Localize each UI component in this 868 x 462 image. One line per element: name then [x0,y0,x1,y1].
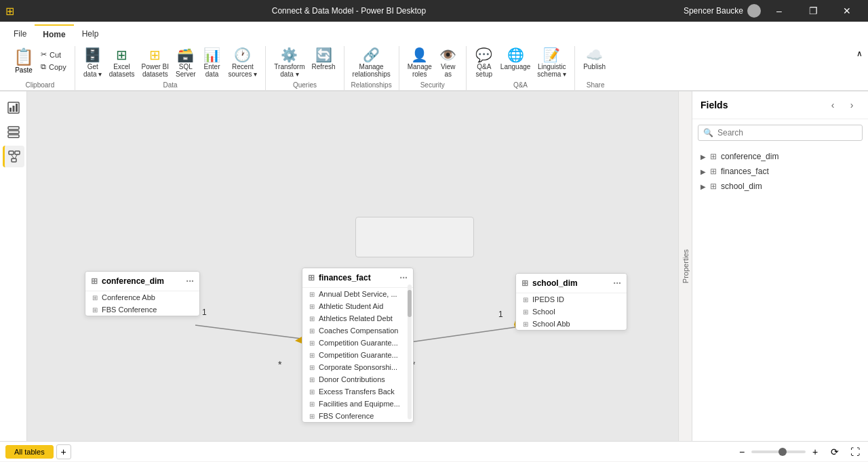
table-row[interactable]: ⊞ FBS Conference [302,410,413,422]
close-button[interactable]: ✕ [831,0,863,22]
view-as-button[interactable]: 👁️Viewas [436,46,460,80]
fields-panel: Fields ‹ › 🔍 ▶ ⊞ conference_dim ▶ ⊞ [692,91,868,441]
svg-marker-14 [295,337,302,343]
expand-icon[interactable]: ▶ [701,153,706,161]
table-row[interactable]: ⊞ Competition Guarante... [302,337,413,349]
table-grid-icon: ⊞ [91,276,98,286]
tab-file[interactable]: File [5,24,35,43]
table-row[interactable]: ⊞ FBS Conference [85,303,199,316]
school-dim-menu[interactable]: ··· [613,278,621,289]
cut-button[interactable]: ✂ Cut [38,49,69,60]
recent-sources-button[interactable]: 🕐Recentsources ▾ [226,46,260,80]
search-input[interactable] [698,125,863,141]
window-controls[interactable]: – ❐ ✕ [764,0,863,22]
language-button[interactable]: 🌐Language [498,46,534,72]
row-table-icon: ⊞ [92,294,98,301]
manage-relationships-button[interactable]: 🔗Managerelationships [350,46,393,80]
nav-report-icon[interactable] [3,97,24,119]
table-row[interactable]: ⊞ IPEDS ID [516,293,627,306]
coaches-compensation-field: Coaches Compensation [319,327,398,335]
table-row[interactable]: ⊞ Excess Transfers Back [302,385,413,398]
expand-icon[interactable]: ▶ [701,168,706,175]
refresh-button[interactable]: 🔄Refresh [309,46,338,72]
nav-data-icon[interactable] [3,121,24,143]
table-grid-icon: ⊞ [521,278,528,288]
window-title: Connect & Data Model - Power BI Desktop [272,6,426,16]
enter-data-button[interactable]: 📊Enterdata [200,46,224,80]
qa-group: 💬Q&Asetup 🌐Language 📝Linguisticschema ▾ … [467,46,575,90]
fields-title: Fields [701,100,728,110]
zoom-minus-button[interactable]: − [735,445,749,459]
properties-tab[interactable]: Properties [679,91,692,441]
app-logo-icon: ⊞ [5,5,14,18]
canvas-area[interactable]: 1 * 1 * ⊞ conference_dim ··· [27,91,678,441]
linguistic-schema-button[interactable]: 📝Linguisticschema ▾ [534,46,569,80]
manage-roles-button[interactable]: 👤Manageroles [405,46,435,80]
finances-fact-rows: ⊞ Annual Debt Service, ... ⊞ Athletic St… [302,288,413,422]
table-row[interactable]: ⊞ Donor Contributions [302,373,413,385]
fields-header: Fields ‹ › [692,91,868,119]
tab-help[interactable]: Help [74,24,107,43]
athletics-related-debt-field: Athletics Related Debt [319,314,393,322]
fbs-conference-finances-field: FBS Conference [319,412,374,420]
share-group: ☁️Publish Share [575,46,616,90]
user-info: Spencer Baucke [684,4,761,18]
list-item[interactable]: ▶ ⊞ conference_dim [692,149,868,164]
ribbon-collapse-button[interactable]: ∧ [856,49,863,58]
fields-nav-prev[interactable]: ‹ [825,97,841,113]
table-row[interactable]: ⊞ Coaches Compensation [302,324,413,337]
expand-icon[interactable]: ▶ [701,183,706,190]
table-row[interactable]: ⊞ Athletics Related Debt [302,312,413,324]
security-label: Security [405,81,460,89]
get-data-button[interactable]: 🗄️Getdata ▾ [81,46,105,80]
svg-line-12 [195,325,302,339]
excel-button[interactable]: ⊞Exceldatasets [106,46,138,80]
school-abb-field: School Abb [532,320,570,328]
row-table-icon: ⊞ [309,291,315,298]
zoom-slider[interactable] [751,450,806,453]
sql-server-button[interactable]: 🗃️SQLServer [173,46,198,80]
powerbi-datasets-button[interactable]: ⊞Power BIdatasets [139,46,172,80]
field-table-icon: ⊞ [710,167,717,176]
row-table-icon: ⊞ [309,339,315,347]
facilities-equipment-field: Facilities and Equipme... [319,400,400,408]
publish-button[interactable]: ☁️Publish [580,46,608,72]
transform-data-button[interactable]: ⚙️Transformdata ▾ [271,46,307,80]
zoom-thumb[interactable] [778,448,787,456]
table-row[interactable]: ⊞ Facilities and Equipme... [302,398,413,410]
table-row[interactable]: ⊞ School [516,306,627,318]
user-avatar [747,4,761,18]
minimize-button[interactable]: – [764,0,795,22]
school-dim-label: school_dim [721,182,762,191]
zoom-plus-button[interactable]: + [808,445,822,459]
table-row[interactable]: ⊞ Conference Abb [85,291,199,303]
svg-rect-5 [8,131,19,133]
table-row[interactable]: ⊞ Competition Guarante... [302,349,413,361]
table-row[interactable]: ⊞ Corporate Sponsorshi... [302,361,413,373]
finances-fact-table: ⊞ finances_fact ··· ⊞ Annual Debt Servic… [302,268,414,423]
full-screen-button[interactable]: ⛶ [848,444,863,459]
fields-nav-next[interactable]: › [844,97,860,113]
svg-rect-2 [12,106,14,112]
list-item[interactable]: ▶ ⊞ finances_fact [692,164,868,179]
scrollbar-thumb[interactable] [408,290,412,317]
table-row[interactable]: ⊞ School Abb [516,318,627,330]
svg-rect-4 [8,127,19,129]
nav-model-icon[interactable] [3,146,24,167]
list-item[interactable]: ▶ ⊞ school_dim [692,179,868,194]
conference-dim-menu[interactable]: ··· [186,276,194,287]
paste-button[interactable]: 📋 Paste [11,46,37,75]
fit-page-button[interactable]: ⟳ [827,444,842,459]
qa-setup-button[interactable]: 💬Q&Asetup [472,46,496,80]
add-page-button[interactable]: + [56,444,71,459]
maximize-button[interactable]: ❐ [797,0,829,22]
competition-guarantee1-field: Competition Guarante... [319,339,398,347]
school-dim-table: ⊞ school_dim ··· ⊞ IPEDS ID ⊞ School ⊞ S… [515,273,627,331]
copy-button[interactable]: ⧉ Copy [38,61,69,72]
conference-dim-header: ⊞ conference_dim ··· [85,272,199,291]
table-row[interactable]: ⊞ Annual Debt Service, ... [302,288,413,300]
table-row[interactable]: ⊞ Athletic Student Aid [302,300,413,312]
page-tab-all-tables[interactable]: All tables [5,445,54,459]
finances-fact-menu[interactable]: ··· [399,272,408,283]
tab-home[interactable]: Home [35,24,73,43]
